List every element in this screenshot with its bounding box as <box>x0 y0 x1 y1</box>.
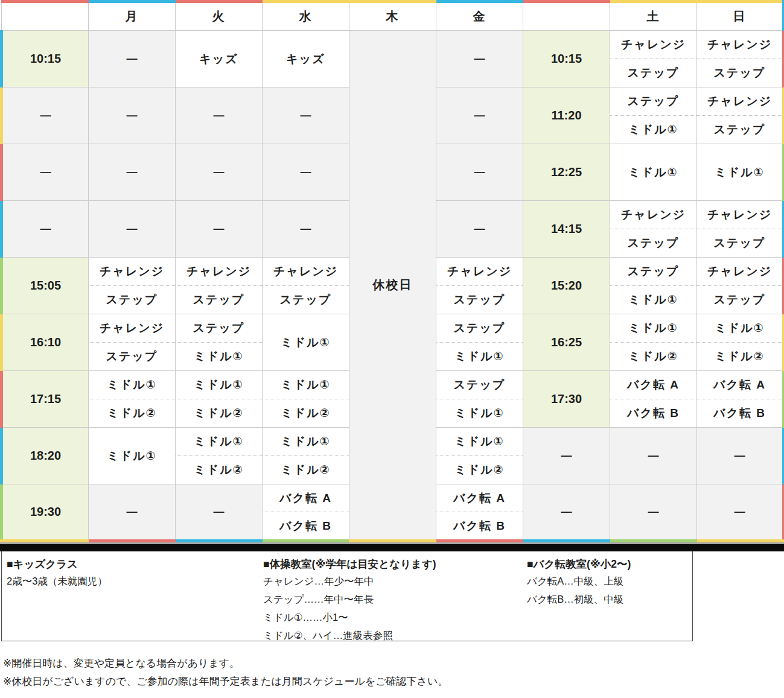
class-slot: ステップ <box>176 314 262 342</box>
split-cell: ミドル①ミドル② <box>176 371 262 427</box>
class-slot: ミドル① <box>176 342 262 370</box>
empty-cell: — <box>89 484 176 541</box>
class-slot: ステップ <box>89 285 175 314</box>
class-slot: バク転 B <box>436 512 523 539</box>
legend-lines: 2歳〜3歳（未就園児） <box>7 572 258 590</box>
time-empty-cell: — <box>523 428 610 484</box>
class-slot: チャレンジ <box>89 314 175 342</box>
legend-title: ■キッズクラス <box>7 556 258 572</box>
class-cell: ミドル①ミドル② <box>89 371 176 428</box>
empty-cell: — <box>263 87 349 144</box>
day-header-sat: 土 <box>610 2 697 31</box>
schedule-table: 月火水木金土日 10:15—キッズキッズ休校日—10:15チャレンジステップチャ… <box>0 0 784 542</box>
day-header-tue: 火 <box>176 2 263 31</box>
class-slot: ステップ <box>697 115 782 144</box>
time-column-header-left <box>2 2 89 31</box>
class-slot: ミドル① <box>89 371 175 399</box>
class-slot: ミドル① <box>610 285 696 314</box>
empty-cell: — <box>176 87 263 144</box>
split-cell: ステップミドル① <box>436 371 523 427</box>
empty-cell: — <box>263 201 349 258</box>
class-slot: チャレンジ <box>697 87 782 115</box>
split-cell: バク転 Aバク転 B <box>697 371 782 427</box>
class-slot: チャレンジ <box>89 258 175 285</box>
class-cell: ステップミドル① <box>436 314 523 371</box>
class-cell: ステップミドル① <box>436 371 523 428</box>
time-cell: 15:20 <box>523 258 610 314</box>
empty-cell: — <box>89 31 176 87</box>
legend-line: バク転A…中級、上級 <box>527 572 692 590</box>
class-cell: ミドル①ミドル② <box>436 428 523 484</box>
split-cell: ステップミドル① <box>436 314 523 370</box>
time-cell: 16:10 <box>2 314 89 371</box>
empty-cell: — <box>89 87 176 144</box>
empty-cell: — <box>89 144 176 201</box>
split-cell: チャレンジステップ <box>89 314 175 370</box>
legend-title: ■バク転教室(※小2〜) <box>527 556 692 572</box>
class-slot: ミドル① <box>436 399 523 427</box>
class-cell: チャレンジステップ <box>697 201 784 258</box>
class-slot: ミドル① <box>263 428 349 455</box>
split-cell: バク転 Aバク転 B <box>436 484 523 539</box>
class-slot: バク転 B <box>610 399 696 427</box>
legend-line: チャレンジ…年少〜年中 <box>263 572 522 590</box>
class-slot: ミドル② <box>610 342 696 370</box>
time-cell: 16:25 <box>523 314 610 371</box>
legend-section-kids: ■キッズクラス 2歳〜3歳（未就園児） <box>2 556 258 641</box>
class-slot: ミドル② <box>176 399 262 427</box>
class-slot: バク転 A <box>436 484 523 512</box>
class-cell: チャレンジステップ <box>436 258 523 314</box>
split-cell: チャレンジステップ <box>610 31 696 87</box>
class-slot: ミドル① <box>263 371 349 399</box>
class-cell: ミドル① <box>89 428 176 484</box>
class-slot: ミドル② <box>697 342 782 370</box>
class-slot: ミドル② <box>436 455 523 484</box>
class-slot: ミドル① <box>610 115 696 144</box>
time-column-header-right <box>523 2 610 31</box>
class-slot: ステップ <box>697 285 782 314</box>
time-cell: 15:05 <box>2 258 89 314</box>
split-cell: ステップミドル① <box>610 87 696 144</box>
class-cell: チャレンジステップ <box>176 258 263 314</box>
split-cell: チャレンジステップ <box>89 258 175 314</box>
time-empty-cell: — <box>523 484 610 541</box>
class-cell: チャレンジステップ <box>697 87 784 144</box>
footnotes: ※開催日時は、変更や定員となる場合があります。※休校日がございますので、ご参加の… <box>3 655 784 691</box>
class-slot: ミドル② <box>263 455 349 484</box>
class-slot: ミドル② <box>89 399 175 427</box>
class-slot: チャレンジ <box>436 258 523 285</box>
split-cell: ステップミドル① <box>176 314 262 370</box>
class-slot: ステップ <box>176 285 262 314</box>
class-slot: ミドル② <box>263 399 349 427</box>
empty-cell: — <box>436 31 523 87</box>
class-cell: ミドル① <box>697 144 784 201</box>
split-cell: ミドル①ミドル② <box>436 428 523 484</box>
class-cell: チャレンジステップ <box>610 31 697 87</box>
class-slot: チャレンジ <box>176 258 262 285</box>
split-cell: ステップミドル① <box>610 258 696 314</box>
class-slot: ステップ <box>436 371 523 399</box>
legend-section-bakuten: ■バク転教室(※小2〜) バク転A…中級、上級バク転B…初級、中級 <box>522 556 692 641</box>
legend-lines: チャレンジ…年少〜年中ステップ……年中〜年長ミドル①……小1〜ミドル②、ハイ…進… <box>263 572 522 644</box>
legend-line: ミドル①……小1〜 <box>263 608 522 626</box>
split-cell: ミドル①ミドル② <box>697 314 782 370</box>
day-header-mon: 月 <box>89 2 176 31</box>
day-header-thu: 木 <box>349 2 436 31</box>
footnote: ※休校日がございますので、ご参加の際は年間予定表または月間スケジュールをご確認下… <box>3 673 784 691</box>
split-cell: チャレンジステップ <box>697 31 782 87</box>
split-cell: バク転 Aバク転 B <box>263 484 349 539</box>
legend-line: ミドル②、ハイ…進級表参照 <box>263 626 522 644</box>
class-cell: キッズ <box>176 31 263 87</box>
empty-cell: — <box>89 201 176 258</box>
empty-cell: — <box>263 144 349 201</box>
empty-cell: — <box>176 144 263 201</box>
time-empty-cell: — <box>2 144 89 201</box>
class-cell: ステップミドル① <box>176 314 263 371</box>
class-slot: ミドル① <box>697 314 782 342</box>
empty-cell: — <box>436 201 523 258</box>
time-cell: 10:15 <box>523 31 610 87</box>
class-slot: ステップ <box>610 87 696 115</box>
day-header-wed: 水 <box>263 2 349 31</box>
class-cell: チャレンジステップ <box>697 31 784 87</box>
class-slot: バク転 B <box>697 399 782 427</box>
